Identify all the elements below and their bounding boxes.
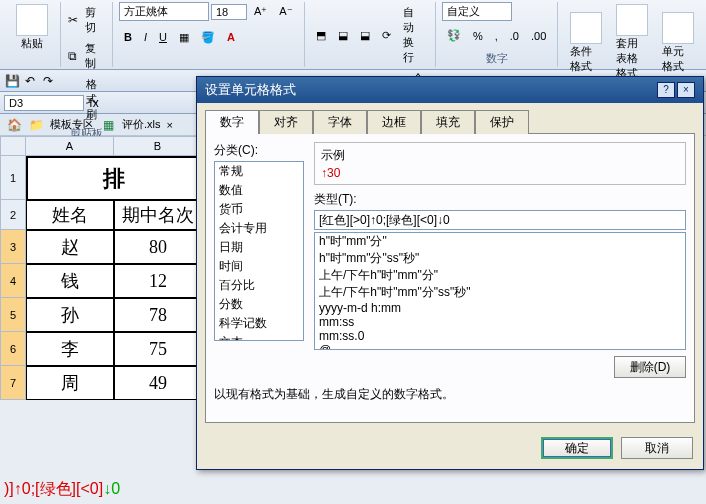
- format-cells-dialog: 设置单元格格式 ? × 数字 对齐 字体 边框 填充 保护 分类(C): 常规 …: [196, 76, 704, 470]
- cat-item[interactable]: 常规: [215, 162, 303, 181]
- cond-format-button[interactable]: 条件格式: [564, 10, 608, 76]
- col-header-b[interactable]: B: [114, 136, 202, 156]
- tab-template[interactable]: 模板专区: [50, 117, 94, 132]
- font-name-select[interactable]: 方正姚体: [119, 2, 209, 21]
- underline-button[interactable]: U: [154, 28, 172, 46]
- fx-icon[interactable]: fx: [86, 95, 102, 111]
- type-option[interactable]: h"时"mm"分": [315, 233, 685, 250]
- tab-protect[interactable]: 保护: [475, 110, 529, 134]
- type-option[interactable]: mm:ss.0: [315, 329, 685, 343]
- cat-item[interactable]: 文本: [215, 333, 303, 341]
- cat-item[interactable]: 百分比: [215, 276, 303, 295]
- title-cell[interactable]: 排: [26, 156, 202, 200]
- orientation-button[interactable]: ⟳: [377, 26, 396, 45]
- cell-b4[interactable]: 12: [114, 264, 202, 298]
- ok-button[interactable]: 确定: [541, 437, 613, 459]
- col-header-a[interactable]: A: [26, 136, 114, 156]
- cat-item[interactable]: 时间: [215, 257, 303, 276]
- currency-button[interactable]: 💱: [442, 26, 466, 45]
- cat-item[interactable]: 科学记数: [215, 314, 303, 333]
- row-header-3[interactable]: 3: [0, 230, 26, 264]
- type-input[interactable]: [314, 210, 686, 230]
- tab-number[interactable]: 数字: [205, 110, 259, 134]
- tab-font[interactable]: 字体: [313, 110, 367, 134]
- align-mid-button[interactable]: ⬓: [333, 26, 353, 45]
- tab-border[interactable]: 边框: [367, 110, 421, 134]
- table-format-button[interactable]: 套用表格格式: [610, 2, 654, 83]
- decrease-font-button[interactable]: A⁻: [274, 2, 297, 21]
- help-button[interactable]: ?: [657, 82, 675, 98]
- percent-button[interactable]: %: [468, 27, 488, 45]
- dialog-note: 以现有格式为基础，生成自定义的数字格式。: [214, 386, 686, 403]
- number-group-label: 数字: [442, 50, 551, 67]
- italic-button[interactable]: I: [139, 28, 152, 46]
- copy-button[interactable]: 复制: [80, 38, 106, 74]
- row-header-2[interactable]: 2: [0, 200, 26, 230]
- header-name[interactable]: 姓名: [26, 200, 114, 230]
- dec-dec-button[interactable]: .00: [526, 27, 551, 45]
- bold-button[interactable]: B: [119, 28, 137, 46]
- category-list[interactable]: 常规 数值 货币 会计专用 日期 时间 百分比 分数 科学记数 文本 特殊 自定…: [214, 161, 304, 341]
- delete-button[interactable]: 删除(D): [614, 356, 686, 378]
- fill-color-button[interactable]: 🪣: [196, 28, 220, 47]
- font-size-select[interactable]: 18: [211, 4, 247, 20]
- select-all-corner[interactable]: [0, 136, 26, 156]
- cat-item[interactable]: 数值: [215, 181, 303, 200]
- close-tab-icon[interactable]: ×: [167, 119, 173, 131]
- increase-font-button[interactable]: A⁺: [249, 2, 272, 21]
- cat-item[interactable]: 分数: [215, 295, 303, 314]
- cell-b3[interactable]: 80: [114, 230, 202, 264]
- close-button[interactable]: ×: [677, 82, 695, 98]
- row-header-7[interactable]: 7: [0, 366, 26, 400]
- type-option[interactable]: yyyy-m-d h:mm: [315, 301, 685, 315]
- excel-icon: ▦: [100, 117, 116, 133]
- row-header-6[interactable]: 6: [0, 332, 26, 366]
- folder-icon[interactable]: 📁: [28, 117, 44, 133]
- cat-item[interactable]: 会计专用: [215, 219, 303, 238]
- cancel-button[interactable]: 取消: [621, 437, 693, 459]
- wrap-text-button[interactable]: 自动换行: [398, 2, 429, 68]
- cell-a6[interactable]: 李: [26, 332, 114, 366]
- undo-icon[interactable]: ↶: [22, 73, 38, 89]
- type-option[interactable]: 上午/下午h"时"mm"分": [315, 267, 685, 284]
- dialog-title: 设置单元格格式: [205, 81, 296, 99]
- tab-fill[interactable]: 填充: [421, 110, 475, 134]
- cut-button[interactable]: 剪切: [80, 2, 106, 38]
- align-top-button[interactable]: ⬒: [311, 26, 331, 45]
- inc-dec-button[interactable]: .0: [505, 27, 524, 45]
- number-format-select[interactable]: 自定义: [442, 2, 512, 21]
- save-icon[interactable]: 💾: [4, 73, 20, 89]
- type-list[interactable]: h"时"mm"分" h"时"mm"分"ss"秒" 上午/下午h"时"mm"分" …: [314, 232, 686, 350]
- sample-value: ↑30: [321, 166, 679, 180]
- row-header-5[interactable]: 5: [0, 298, 26, 332]
- dialog-tabs: 数字 对齐 字体 边框 填充 保护: [197, 103, 703, 133]
- cell-a3[interactable]: 赵: [26, 230, 114, 264]
- name-box[interactable]: D3: [4, 95, 84, 111]
- row-header-4[interactable]: 4: [0, 264, 26, 298]
- align-bot-button[interactable]: ⬓: [355, 26, 375, 45]
- font-color-button[interactable]: A: [222, 28, 240, 46]
- tab-align[interactable]: 对齐: [259, 110, 313, 134]
- cell-a5[interactable]: 孙: [26, 298, 114, 332]
- cell-format-button[interactable]: 单元格式: [656, 10, 700, 76]
- home-icon[interactable]: 🏠: [6, 117, 22, 133]
- cell-b6[interactable]: 75: [114, 332, 202, 366]
- type-option[interactable]: @: [315, 343, 685, 350]
- type-option[interactable]: 上午/下午h"时"mm"分"ss"秒": [315, 284, 685, 301]
- type-option[interactable]: h"时"mm"分"ss"秒": [315, 250, 685, 267]
- row-header-1[interactable]: 1: [0, 156, 26, 200]
- cell-a7[interactable]: 周: [26, 366, 114, 400]
- redo-icon[interactable]: ↷: [40, 73, 56, 89]
- cat-item[interactable]: 货币: [215, 200, 303, 219]
- cat-item[interactable]: 日期: [215, 238, 303, 257]
- type-option[interactable]: mm:ss: [315, 315, 685, 329]
- cell-b7[interactable]: 49: [114, 366, 202, 400]
- cell-a4[interactable]: 钱: [26, 264, 114, 298]
- type-label: 类型(T):: [314, 191, 686, 208]
- border-button[interactable]: ▦: [174, 28, 194, 47]
- header-rank[interactable]: 期中名次: [114, 200, 202, 230]
- tab-file[interactable]: 评价.xls: [122, 117, 161, 132]
- comma-button[interactable]: ,: [490, 27, 503, 45]
- cell-b5[interactable]: 78: [114, 298, 202, 332]
- paste-button[interactable]: 粘贴: [10, 2, 54, 53]
